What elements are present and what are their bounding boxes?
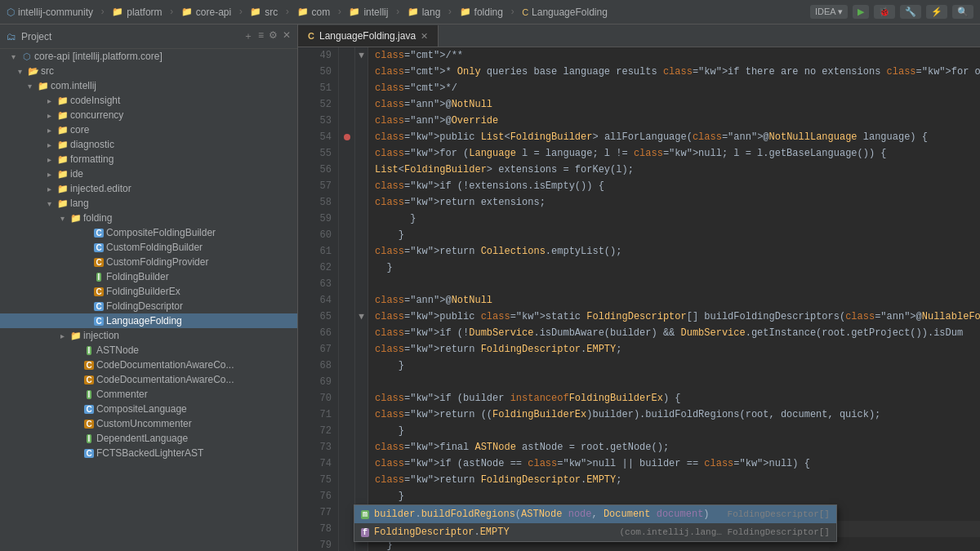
tree-custom-folding-builder[interactable]: C CustomFoldingBuilder bbox=[0, 240, 297, 255]
root-arrow: ▾ bbox=[7, 52, 20, 61]
breadcrumb-lang[interactable]: 📁 lang bbox=[408, 7, 441, 18]
code-line-53: class="ann">@Override bbox=[375, 113, 980, 129]
tree-custom-uncommenter[interactable]: C CustomUncommenter bbox=[0, 416, 297, 431]
cda2-icon: C bbox=[82, 375, 96, 384]
cda2-label: CodeDocumentationAwareCo... bbox=[96, 374, 234, 385]
idea-button[interactable]: IDEA ▾ bbox=[810, 5, 848, 19]
folding-label: folding bbox=[83, 212, 112, 224]
code-line-55: class="kw">for (Language l = language; l… bbox=[375, 145, 980, 162]
tree-core[interactable]: ▸ 📁 core bbox=[0, 122, 297, 137]
breadcrumb-src[interactable]: 📁 src bbox=[250, 7, 278, 18]
breadcrumb-core-api[interactable]: 📁 core-api bbox=[181, 7, 231, 18]
diagnostic-arrow: ▸ bbox=[42, 140, 56, 149]
diagnostic-label: diagnostic bbox=[70, 139, 114, 150]
ac-method-icon: m bbox=[361, 510, 369, 519]
fold-column: ▼▼ bbox=[355, 47, 368, 551]
tree-astnode[interactable]: I ASTNode bbox=[0, 343, 297, 358]
com-intellij-arrow: ▾ bbox=[23, 82, 36, 91]
close-sidebar-icon[interactable]: ✕ bbox=[283, 29, 291, 43]
code-line-70: class="kw">if (builder instanceof Foldin… bbox=[375, 390, 980, 407]
code-line-65: class="kw">public class="kw">static Fold… bbox=[375, 309, 980, 325]
concurrency-arrow: ▸ bbox=[42, 111, 56, 120]
src-arrow: ▾ bbox=[13, 67, 26, 76]
tree-formatting[interactable]: ▸ 📁 formatting bbox=[0, 152, 297, 167]
injected-editor-icon: 📁 bbox=[56, 184, 70, 194]
tree-folding-descriptor[interactable]: C FoldingDescriptor bbox=[0, 299, 297, 313]
editor-tab-bar: C LanguageFolding.java ✕ bbox=[298, 24, 980, 47]
run-button[interactable]: ▶ bbox=[853, 5, 869, 19]
tab-close-icon[interactable]: ✕ bbox=[421, 31, 428, 42]
tree-codeinsight[interactable]: ▸ 📁 codeInsight bbox=[0, 93, 297, 108]
tree-injection[interactable]: ▸ 📁 injection bbox=[0, 328, 297, 343]
cl-label: CompositeLanguage bbox=[96, 403, 187, 415]
tree-lang[interactable]: ▾ 📁 lang bbox=[0, 196, 297, 211]
breadcrumb-platform[interactable]: 📁 platform bbox=[112, 7, 162, 18]
cfp-icon: C bbox=[91, 257, 106, 267]
tree-composite-folding-builder[interactable]: C CompositeFoldingBuilder bbox=[0, 225, 297, 240]
breadcrumb-file[interactable]: C LanguageFolding bbox=[522, 7, 608, 18]
codeinsight-arrow: ▸ bbox=[42, 96, 56, 105]
lang-label: lang bbox=[70, 198, 89, 209]
breadcrumb-intellij[interactable]: 📁 intellij bbox=[349, 7, 388, 18]
ac-item-folding-descriptor-empty[interactable]: f FoldingDescriptor.EMPTY (com.intellij.… bbox=[354, 523, 836, 541]
comm-icon: I bbox=[82, 389, 96, 399]
tree-commenter[interactable]: I Commenter bbox=[0, 387, 297, 402]
injection-label: injection bbox=[83, 330, 119, 341]
astnode-icon: I bbox=[82, 345, 96, 355]
lf-icon: C bbox=[91, 316, 106, 326]
breadcrumb-lang-label: lang bbox=[422, 7, 441, 18]
ide-icon: 📁 bbox=[56, 169, 70, 180]
ac-field-label: FoldingDescriptor.EMPTY bbox=[374, 527, 608, 538]
cfb-label: CompositeFoldingBuilder bbox=[106, 227, 216, 238]
tree-dependent-language[interactable]: I DependentLanguage bbox=[0, 431, 297, 446]
concurrency-icon: 📁 bbox=[56, 110, 70, 121]
tree-fcts-backed[interactable]: C FCTSBackedLighterAST bbox=[0, 446, 297, 460]
collapse-icon[interactable]: ≡ bbox=[258, 29, 264, 43]
tree-composite-language[interactable]: C CompositeLanguage bbox=[0, 402, 297, 416]
breadcrumb-com-label: com bbox=[312, 7, 331, 18]
profile-button[interactable]: ⚡ bbox=[926, 5, 947, 19]
fd-icon: C bbox=[91, 301, 106, 311]
breadcrumb-repo[interactable]: ⬡ intellij-community bbox=[7, 7, 93, 18]
breadcrumb-folding[interactable]: 📁 folding bbox=[460, 7, 503, 18]
tree-code-doc-aware-2[interactable]: C CodeDocumentationAwareCo... bbox=[0, 372, 297, 387]
ac-item-build-fold-regions[interactable]: m builder.buildFoldRegions(ASTNode node,… bbox=[354, 505, 836, 523]
topbar: ⬡ intellij-community › 📁 platform › 📁 co… bbox=[0, 0, 980, 24]
tree-src[interactable]: ▾ 📂 src bbox=[0, 64, 297, 78]
breadcrumb-src-label: src bbox=[265, 7, 278, 18]
dl-icon: I bbox=[82, 433, 96, 443]
src-label: src bbox=[41, 65, 54, 77]
project-header: 🗂 Project ＋ ≡ ⚙ ✕ bbox=[0, 24, 297, 49]
tab-file-icon: C bbox=[308, 31, 314, 41]
tree-folding-builder-ex[interactable]: C FoldingBuilderEx bbox=[0, 284, 297, 299]
code-area[interactable]: class="cmt">/** class="cmt">* Only queri… bbox=[368, 47, 980, 551]
code-line-59: } bbox=[375, 211, 980, 227]
code-line-62: } bbox=[375, 260, 980, 276]
build-button[interactable]: 🔧 bbox=[900, 5, 921, 19]
fcts-icon: C bbox=[82, 448, 96, 458]
injected-editor-label: injected.editor bbox=[70, 183, 131, 194]
search-button[interactable]: 🔍 bbox=[952, 5, 973, 19]
tree-folding[interactable]: ▾ 📁 folding bbox=[0, 211, 297, 225]
injection-arrow: ▸ bbox=[56, 331, 69, 340]
tree-root[interactable]: ▾ ⬡ core-api [intellij.platform.core] bbox=[0, 49, 297, 64]
tree-code-doc-aware-1[interactable]: C CodeDocumentationAwareCo... bbox=[0, 358, 297, 372]
csfb-icon: C bbox=[91, 242, 106, 252]
tree-folding-builder[interactable]: I FoldingBuilder bbox=[0, 269, 297, 284]
breadcrumb-com[interactable]: 📁 com bbox=[297, 7, 331, 18]
tree-ide[interactable]: ▸ 📁 ide bbox=[0, 167, 297, 181]
new-file-icon[interactable]: ＋ bbox=[243, 29, 253, 43]
ac-method-label: builder.buildFoldRegions(ASTNode node, D… bbox=[374, 509, 710, 520]
settings-icon[interactable]: ⚙ bbox=[269, 29, 278, 43]
debug-button[interactable]: 🐞 bbox=[874, 5, 895, 19]
tree-concurrency[interactable]: ▸ 📁 concurrency bbox=[0, 108, 297, 122]
tab-language-folding[interactable]: C LanguageFolding.java ✕ bbox=[298, 25, 439, 47]
tree-diagnostic[interactable]: ▸ 📁 diagnostic bbox=[0, 137, 297, 152]
tree-language-folding[interactable]: C LanguageFolding bbox=[0, 313, 297, 328]
tree-custom-folding-provider[interactable]: C CustomFoldingProvider bbox=[0, 255, 297, 269]
tree-injected-editor[interactable]: ▸ 📁 injected.editor bbox=[0, 181, 297, 196]
tree-com-intellij[interactable]: ▾ 📁 com.intellij bbox=[0, 78, 297, 93]
cfp-label: CustomFoldingProvider bbox=[106, 256, 208, 268]
code-line-60: } bbox=[375, 227, 980, 243]
autocomplete-popup[interactable]: m builder.buildFoldRegions(ASTNode node,… bbox=[354, 504, 837, 542]
